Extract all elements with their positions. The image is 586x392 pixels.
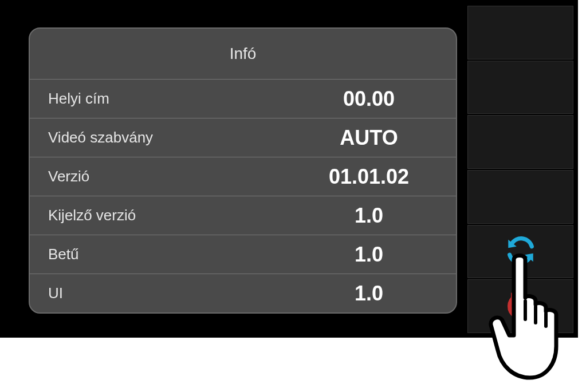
info-value: AUTO — [294, 126, 443, 150]
info-label: UI — [48, 284, 294, 302]
info-value: 1.0 — [294, 282, 443, 306]
info-label: Verzió — [48, 168, 294, 185]
screen-area: Infó Helyi cím 00.00 Videó szabvány AUTO… — [5, 5, 467, 333]
info-value: 1.0 — [294, 204, 443, 228]
info-row-font: Betű 1.0 — [30, 235, 456, 274]
side-button-1[interactable] — [467, 6, 573, 60]
info-value: 00.00 — [294, 87, 443, 111]
info-row-ui: UI 1.0 — [30, 274, 456, 312]
hand-pointer-icon — [478, 246, 581, 389]
info-row-video-standard: Videó szabvány AUTO — [30, 118, 456, 157]
info-panel: Infó Helyi cím 00.00 Videó szabvány AUTO… — [29, 27, 457, 314]
side-button-3[interactable] — [467, 115, 573, 169]
info-value: 01.01.02 — [294, 165, 443, 189]
side-button-2[interactable] — [467, 61, 573, 114]
side-button-4[interactable] — [467, 170, 573, 224]
info-label: Helyi cím — [48, 90, 294, 108]
info-row-version: Verzió 01.01.02 — [30, 157, 456, 196]
info-label: Videó szabvány — [48, 129, 294, 146]
info-row-local-address: Helyi cím 00.00 — [30, 79, 456, 118]
info-label: Betű — [48, 246, 294, 263]
panel-title: Infó — [30, 29, 456, 79]
info-value: 1.0 — [294, 243, 443, 267]
info-row-display-version: Kijelző verzió 1.0 — [30, 196, 456, 235]
info-label: Kijelző verzió — [48, 207, 294, 224]
